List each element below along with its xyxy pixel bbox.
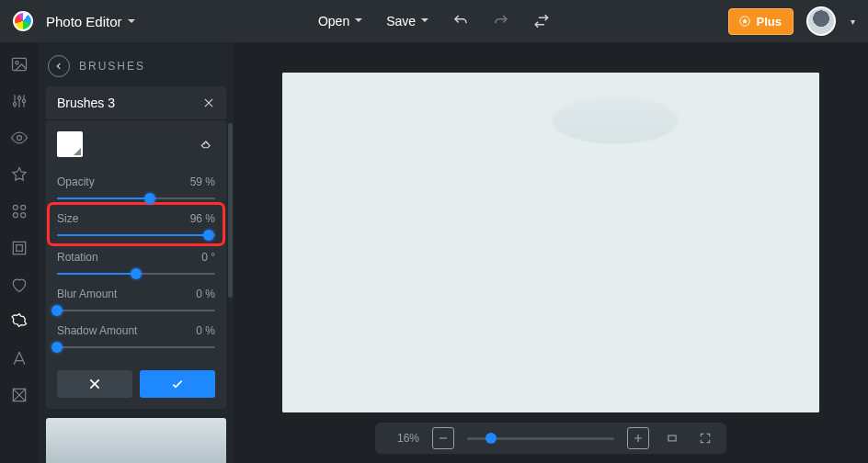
close-icon[interactable] xyxy=(202,96,215,109)
back-button[interactable] xyxy=(48,55,70,77)
star-icon xyxy=(738,15,751,28)
user-avatar[interactable] xyxy=(806,6,836,36)
svg-point-3 xyxy=(13,103,16,106)
svg-point-6 xyxy=(17,136,22,141)
apply-button[interactable] xyxy=(140,370,215,398)
fit-screen-button[interactable] xyxy=(662,428,682,448)
canvas-image[interactable] xyxy=(282,73,819,412)
user-menu-chevron-icon[interactable]: ▾ xyxy=(851,17,855,27)
slider-thumb[interactable] xyxy=(51,305,63,316)
svg-point-10 xyxy=(21,213,26,218)
slider-track[interactable] xyxy=(57,198,215,199)
slider-rotation: Rotation0 ° xyxy=(57,243,215,280)
zoom-thumb[interactable] xyxy=(485,433,497,444)
slider-shadow-amount: Shadow Amount0 % xyxy=(57,317,215,354)
slider-track[interactable] xyxy=(57,346,215,348)
slider-thumb[interactable] xyxy=(203,230,214,241)
svg-rect-12 xyxy=(17,245,23,252)
image-tool-icon[interactable] xyxy=(10,55,29,73)
slider-track[interactable] xyxy=(57,234,215,236)
slider-label: Blur Amount xyxy=(57,288,117,300)
fullscreen-button[interactable] xyxy=(695,428,715,448)
slider-label: Size xyxy=(57,212,78,225)
app-title-dropdown[interactable]: Photo Editor xyxy=(46,14,135,29)
slider-thumb[interactable] xyxy=(131,268,142,279)
panel-title: BRUSHES xyxy=(79,60,145,73)
svg-point-9 xyxy=(13,213,17,218)
shapes-tool-icon[interactable] xyxy=(10,202,29,220)
topbar-center-group: Open Save xyxy=(318,13,550,29)
text-tool-icon[interactable] xyxy=(10,349,29,367)
brush-card: Brushes 3 Opacity59 % Size96 % xyxy=(46,86,226,409)
slider-label: Opacity xyxy=(57,175,95,188)
brush-preview-thumbnail[interactable] xyxy=(46,418,226,463)
slider-blur-amount: Blur Amount0 % xyxy=(57,280,215,317)
color-swatch[interactable] xyxy=(57,131,83,157)
plus-icon xyxy=(632,432,645,445)
open-menu[interactable]: Open xyxy=(318,14,362,28)
slider-value: 59 % xyxy=(190,175,215,188)
zoom-label: 16% xyxy=(386,432,419,445)
brush-panel: BRUSHES Brushes 3 Opacity59 % Size96 % xyxy=(39,42,234,463)
minus-icon xyxy=(437,432,450,445)
slider-thumb[interactable] xyxy=(51,342,63,353)
slider-size: Size96 % xyxy=(51,207,221,242)
app-logo[interactable] xyxy=(13,11,33,31)
upgrade-plus-button[interactable]: Plus xyxy=(728,8,794,35)
slider-opacity: Opacity59 % xyxy=(57,168,215,205)
svg-point-4 xyxy=(17,96,20,99)
svg-point-8 xyxy=(21,205,26,209)
slider-value: 96 % xyxy=(190,212,215,225)
slider-value: 0 % xyxy=(196,324,215,337)
adjust-tool-icon[interactable] xyxy=(10,92,29,110)
panel-scrollbar[interactable] xyxy=(228,123,233,298)
star-tool-icon[interactable] xyxy=(10,165,29,184)
tool-rail xyxy=(0,42,39,463)
slider-value: 0 % xyxy=(196,288,215,300)
slider-label: Shadow Amount xyxy=(57,324,137,337)
cancel-button[interactable] xyxy=(57,370,132,398)
frame-tool-icon[interactable] xyxy=(10,239,29,257)
layer-name: Brushes 3 xyxy=(57,96,115,110)
check-icon xyxy=(170,377,185,391)
undo-icon[interactable] xyxy=(452,13,469,29)
top-bar: Photo Editor Open Save Plus ▾ xyxy=(0,0,868,42)
brush-tool-icon[interactable] xyxy=(10,312,29,331)
zoom-slider[interactable] xyxy=(467,437,614,440)
redo-icon[interactable] xyxy=(493,13,509,29)
topbar-right-group: Plus ▾ xyxy=(728,6,855,36)
svg-rect-14 xyxy=(668,435,676,441)
svg-point-2 xyxy=(16,62,18,64)
heart-tool-icon[interactable] xyxy=(10,276,29,294)
slider-value: 0 ° xyxy=(201,251,215,264)
close-icon xyxy=(87,377,102,391)
slider-track[interactable] xyxy=(57,310,215,311)
sliders-group: Opacity59 % Size96 % Rotation0 ° Blur Am… xyxy=(46,168,226,361)
svg-rect-11 xyxy=(13,242,25,254)
zoom-out-button[interactable] xyxy=(432,427,454,449)
chevron-down-icon xyxy=(74,148,81,155)
svg-point-7 xyxy=(13,205,17,209)
slider-thumb[interactable] xyxy=(144,193,155,204)
save-menu[interactable]: Save xyxy=(386,14,428,28)
plus-label: Plus xyxy=(757,15,782,28)
texture-tool-icon[interactable] xyxy=(10,386,29,404)
zoom-toolbar: 16% xyxy=(375,423,726,454)
fullscreen-icon xyxy=(699,432,712,445)
slider-track[interactable] xyxy=(57,273,215,275)
erase-icon[interactable] xyxy=(195,136,215,152)
zoom-in-button[interactable] xyxy=(627,427,649,449)
svg-point-5 xyxy=(22,99,25,102)
svg-rect-1 xyxy=(13,58,27,70)
fit-icon xyxy=(666,432,679,445)
slider-label: Rotation xyxy=(57,251,98,264)
eye-tool-icon[interactable] xyxy=(10,129,29,147)
arrow-left-icon xyxy=(54,62,63,71)
canvas-area: 16% xyxy=(234,42,868,463)
compare-icon[interactable] xyxy=(533,13,550,29)
